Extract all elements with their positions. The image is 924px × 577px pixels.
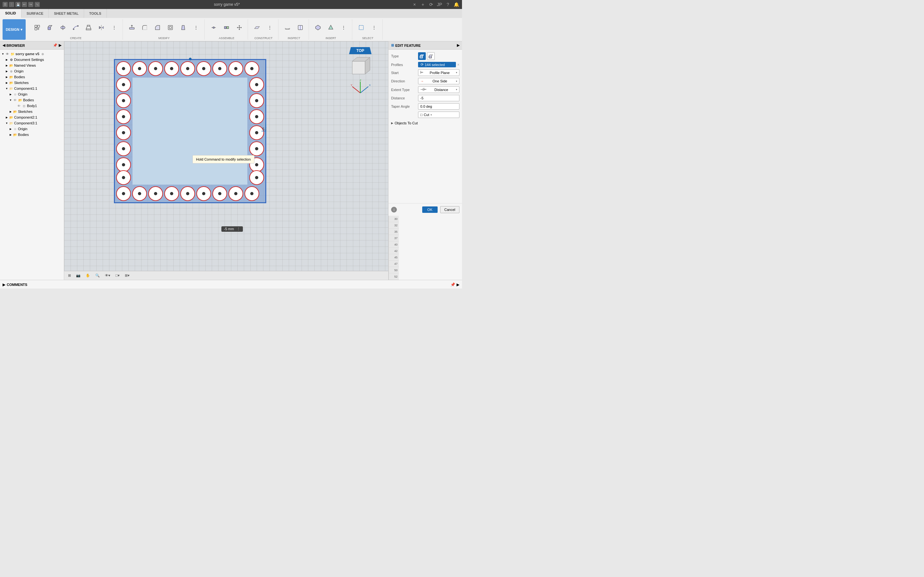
view-cube-top[interactable]: TOP [349, 47, 372, 54]
display-mode-btn[interactable]: □▾ [114, 273, 121, 278]
direction-dropdown[interactable]: → One Side ▾ [418, 78, 459, 84]
window-controls[interactable]: ☰ ⋮ 💾 ↩ ↪ ⌥ [3, 2, 40, 7]
tab-sheet-metal[interactable]: SHEET METAL [49, 9, 84, 18]
tree-item-body1[interactable]: ▶ 👁 □ Body1 [0, 103, 64, 109]
insert-more-btn[interactable]: ⋮ [338, 23, 349, 33]
edit-panel-expand-btn[interactable]: ▶ [457, 43, 459, 47]
chamfer-btn[interactable] [152, 23, 163, 33]
tab-solid[interactable]: SOLID [0, 9, 21, 18]
tree-item-component2[interactable]: ▶ 📂 Component2:1 [0, 114, 64, 120]
tree-arrow-c3-bodies[interactable]: ▶ [9, 133, 12, 136]
new-tab-button[interactable]: + [420, 1, 426, 8]
zoom-btn[interactable]: 🔍 [94, 273, 101, 278]
comments-pin-btn[interactable]: 📌 [451, 282, 455, 287]
new-component-btn[interactable] [31, 23, 43, 33]
joint-btn[interactable] [208, 23, 220, 33]
title-actions[interactable]: × + ⟳ JP ? 🔔 [411, 1, 459, 8]
history-button[interactable]: ⌥ [35, 2, 40, 7]
tree-item-c1-bodies[interactable]: ▼ 👁 📂 Bodies [0, 97, 64, 103]
tree-item-sketches[interactable]: ▶ 📂 Sketches [0, 80, 64, 85]
extrude-btn[interactable] [44, 23, 56, 33]
snap-btn[interactable]: ⊞ [67, 273, 72, 278]
extent-type-dropdown[interactable]: ⊣⊢ Distance ▾ [418, 86, 459, 93]
tree-item-bodies[interactable]: ▶ 📂 Bodies [0, 74, 64, 80]
operation-dropdown[interactable]: □ Cut ▾ [418, 111, 459, 118]
move-btn[interactable] [234, 23, 245, 33]
tree-item-origin[interactable]: ▶ ⊕ Origin [0, 68, 64, 74]
type-extrude-btn[interactable] [418, 52, 426, 60]
measure-btn[interactable] [282, 23, 293, 33]
viewport[interactable]: 5.0 Hold Command to modify selection -5 … [64, 41, 388, 280]
grid-button[interactable]: ⋮ [9, 2, 14, 7]
section-analysis-btn[interactable] [294, 23, 306, 33]
sync-button[interactable]: ⟳ [428, 1, 435, 8]
cube-svg[interactable] [349, 55, 372, 77]
tree-item-c1-origin[interactable]: ▶ ⊕ Origin [0, 91, 64, 97]
tree-collapse-root[interactable]: ▼ [1, 52, 5, 55]
cancel-button[interactable]: Cancel [440, 206, 459, 213]
pan-btn[interactable]: ✋ [84, 273, 91, 278]
tree-arrow-c3-origin[interactable]: ▶ [9, 127, 12, 131]
menu-button[interactable]: ☰ [3, 2, 8, 7]
profiles-clear-btn[interactable]: × [457, 63, 459, 67]
tree-item-root[interactable]: ▼ 👁 📁 sorry game v5 ⊕ [0, 51, 64, 57]
sweep-btn[interactable] [70, 23, 81, 33]
insert-svg-btn[interactable] [325, 23, 336, 33]
tree-item-component3[interactable]: ▼ 📂 Component3:1 [0, 120, 64, 126]
redo-button[interactable]: ↪ [28, 2, 33, 7]
tree-item-c3-origin[interactable]: ▶ ⊕ Origin [0, 126, 64, 132]
tab-tools[interactable]: TOOLS [84, 9, 107, 18]
modify-more-btn[interactable]: ⋮ [190, 23, 202, 33]
as-built-joint-btn[interactable] [221, 23, 232, 33]
tree-item-named-views[interactable]: ▶ 📂 Named Views [0, 63, 64, 68]
loft-btn[interactable] [83, 23, 94, 33]
dimension-more-btn[interactable]: ⋮ [237, 227, 240, 231]
type-thin-btn[interactable] [427, 52, 435, 60]
select-more-btn[interactable]: ⋮ [368, 23, 380, 33]
tree-item-component1[interactable]: ▼ 📂 Component1:1 [0, 85, 64, 91]
press-pull-btn[interactable] [126, 23, 137, 33]
select-btn[interactable] [355, 23, 367, 33]
tree-arrow-component2[interactable]: ▶ [5, 116, 8, 119]
capture-btn[interactable]: 📷 [75, 273, 82, 278]
browser-more-btn[interactable]: ▶ [59, 43, 61, 47]
close-button[interactable]: × [411, 1, 418, 8]
design-dropdown[interactable]: DESIGN ▾ [3, 19, 26, 40]
tree-arrow-bodies[interactable]: ▶ [5, 75, 8, 79]
fillet-btn[interactable] [139, 23, 150, 33]
objects-to-cut-row[interactable]: ▶ Objects To Cut [391, 120, 459, 126]
construct-more-btn[interactable]: ⋮ [264, 23, 276, 33]
info-button[interactable]: i [391, 207, 397, 213]
browser-pin-btn[interactable]: 📌 [53, 43, 57, 47]
tree-arrow-c1-bodies[interactable]: ▼ [9, 98, 12, 102]
distance-input[interactable]: -5 [418, 95, 459, 101]
tree-arrow-component1[interactable]: ▼ [5, 87, 8, 90]
offset-plane-btn[interactable] [251, 23, 263, 33]
objects-expand-arrow[interactable]: ▶ [391, 121, 393, 125]
tree-arrow-sketches[interactable]: ▶ [5, 81, 8, 84]
start-dropdown[interactable]: ⊢ Profile Plane ▾ [418, 69, 459, 76]
tree-arrow-c1-sketches[interactable]: ▶ [9, 110, 12, 113]
tree-item-c3-bodies[interactable]: ▶ 📂 Bodies [0, 132, 64, 137]
tree-arrow-component3[interactable]: ▼ [5, 121, 8, 125]
revolve-btn[interactable] [57, 23, 69, 33]
profiles-value-badge[interactable]: ⟳ 144 selected [418, 62, 456, 67]
notifications-button[interactable]: 🔔 [453, 1, 459, 8]
undo-button[interactable]: ↩ [22, 2, 27, 7]
mirror-btn[interactable] [95, 23, 107, 33]
tree-arrow-named-views[interactable]: ▶ [5, 64, 8, 67]
taper-angle-input[interactable]: 0.0 deg [418, 103, 459, 110]
draft-btn[interactable] [178, 23, 189, 33]
ok-button[interactable]: OK [422, 206, 438, 213]
view-options-btn[interactable]: 👁▾ [103, 273, 111, 278]
profile-button[interactable]: JP [436, 1, 443, 8]
create-more-btn[interactable]: ⋮ [108, 23, 120, 33]
tab-surface[interactable]: SURFACE [21, 9, 49, 18]
tree-arrow-doc-settings[interactable]: ▶ [5, 58, 8, 61]
shell-btn[interactable] [165, 23, 176, 33]
browser-collapse-arrow[interactable]: ◀ [3, 43, 5, 47]
save-button[interactable]: 💾 [15, 2, 21, 7]
tree-item-c1-sketches[interactable]: ▶ 📂 Sketches [0, 109, 64, 114]
tree-arrow-c1-origin[interactable]: ▶ [9, 93, 12, 96]
help-button[interactable]: ? [445, 1, 451, 8]
